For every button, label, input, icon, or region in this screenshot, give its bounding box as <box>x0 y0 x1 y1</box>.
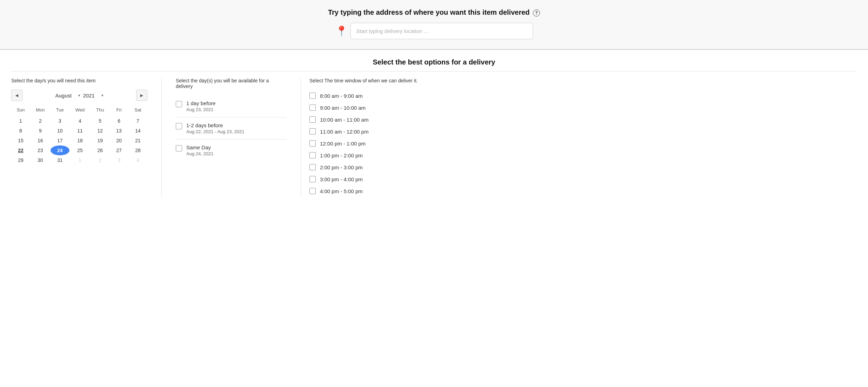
day-options-container: 1 day beforeAug 23, 20211-2 days beforeA… <box>176 95 287 161</box>
calendar-day[interactable]: 2 <box>30 116 51 126</box>
time-label: 3:00 pm - 4:00 pm <box>320 176 363 182</box>
day-checkbox-day2[interactable] <box>176 123 182 129</box>
pin-icon: 📍 <box>335 25 348 37</box>
time-col-label: Select The time window of when we can de… <box>309 78 857 83</box>
calendar-grid: SunMonTueWedThuFriSat 123456789101112131… <box>11 105 147 165</box>
help-icon[interactable]: ? <box>533 9 540 16</box>
calendar-day[interactable]: 13 <box>109 126 128 136</box>
calendar-day[interactable]: 11 <box>69 126 91 136</box>
location-input[interactable] <box>350 23 533 39</box>
calendar-day[interactable]: 21 <box>128 136 147 145</box>
weekday-header: Mon <box>30 105 51 116</box>
time-option: 10:00 am - 11:00 am <box>309 114 857 125</box>
time-checkbox-5[interactable] <box>309 152 316 158</box>
calendar-day[interactable]: 3 <box>51 116 69 126</box>
day-option: 1-2 days beforeAug 22, 2021 - Aug 23, 20… <box>176 117 287 140</box>
weekday-header: Tue <box>51 105 69 116</box>
day-option-date: Aug 22, 2021 - Aug 23, 2021 <box>186 129 245 134</box>
calendar-day[interactable]: 2 <box>91 155 109 165</box>
bottom-section: Select the best options for a delivery S… <box>0 50 868 208</box>
prev-month-button[interactable]: ◄ <box>11 90 22 101</box>
calendar-week-row: 15161718192021 <box>11 136 147 145</box>
calendar-week-row: 22232425262728 <box>11 145 147 155</box>
day-option-text: 1-2 days beforeAug 22, 2021 - Aug 23, 20… <box>186 122 245 134</box>
calendar-day[interactable]: 26 <box>91 145 109 155</box>
weekday-header: Fri <box>109 105 128 116</box>
calendar-day[interactable]: 22 <box>11 145 30 155</box>
day-option-text: 1 day beforeAug 23, 2021 <box>186 100 215 112</box>
day-option-title: Same Day <box>186 144 213 150</box>
time-checkbox-7[interactable] <box>309 176 316 182</box>
time-label: 9:00 am - 10:00 am <box>320 105 366 111</box>
calendar: ◄ August 2021 ► <box>11 90 147 165</box>
calendar-day[interactable]: 17 <box>51 136 69 145</box>
calendar-week-row: 2930311234 <box>11 155 147 165</box>
time-checkbox-0[interactable] <box>309 93 316 99</box>
calendar-day[interactable]: 23 <box>30 145 51 155</box>
time-checkbox-2[interactable] <box>309 116 316 123</box>
weekday-header: Sun <box>11 105 30 116</box>
time-option: 8:00 am - 9:00 am <box>309 90 857 102</box>
day-checkbox-day3[interactable] <box>176 145 182 151</box>
day-checkbox-day1[interactable] <box>176 101 182 107</box>
time-checkbox-8[interactable] <box>309 188 316 194</box>
calendar-day[interactable]: 1 <box>11 116 30 126</box>
calendar-day[interactable]: 28 <box>128 145 147 155</box>
calendar-day[interactable]: 4 <box>69 116 91 126</box>
column-divider-2 <box>301 78 301 197</box>
day-option-title: 1-2 days before <box>186 122 245 128</box>
days-column: Select the day(s) you will be available … <box>165 78 298 197</box>
columns-container: Select the day/s you will need this item… <box>11 78 857 197</box>
calendar-header: ◄ August 2021 ► <box>11 90 147 101</box>
day-option-date: Aug 23, 2021 <box>186 107 215 112</box>
calendar-day[interactable]: 16 <box>30 136 51 145</box>
calendar-day[interactable]: 12 <box>91 126 109 136</box>
time-checkbox-6[interactable] <box>309 164 316 170</box>
day-option: Same DayAug 24, 2021 <box>176 140 287 161</box>
time-checkbox-1[interactable] <box>309 104 316 111</box>
calendar-day[interactable]: 25 <box>69 145 91 155</box>
next-month-button[interactable]: ► <box>136 90 147 101</box>
calendar-day[interactable]: 27 <box>109 145 128 155</box>
time-option: 3:00 pm - 4:00 pm <box>309 173 857 185</box>
calendar-day[interactable]: 9 <box>30 126 51 136</box>
weekday-header: Wed <box>69 105 91 116</box>
calendar-day[interactable]: 15 <box>11 136 30 145</box>
year-select[interactable]: 2021 <box>83 93 101 99</box>
month-select[interactable]: August <box>55 93 78 99</box>
time-checkbox-4[interactable] <box>309 140 316 147</box>
calendar-day[interactable]: 20 <box>109 136 128 145</box>
top-title-text: Try typing the address of where you want… <box>328 8 530 16</box>
calendar-day[interactable]: 14 <box>128 126 147 136</box>
top-title: Try typing the address of where you want… <box>0 8 868 16</box>
calendar-day[interactable]: 29 <box>11 155 30 165</box>
calendar-day[interactable]: 30 <box>30 155 51 165</box>
calendar-week-row: 891011121314 <box>11 126 147 136</box>
section-title: Select the best options for a delivery <box>11 58 857 72</box>
calendar-day[interactable]: 19 <box>91 136 109 145</box>
time-option: 9:00 am - 10:00 am <box>309 102 857 114</box>
time-label: 11:00 am - 12:00 pm <box>320 129 368 135</box>
calendar-column: Select the day/s you will need this item… <box>11 78 159 197</box>
calendar-day[interactable]: 7 <box>128 116 147 126</box>
calendar-day[interactable]: 10 <box>51 126 69 136</box>
column-divider-1 <box>161 78 162 197</box>
time-option: 4:00 pm - 5:00 pm <box>309 185 857 197</box>
calendar-day[interactable]: 24 <box>51 145 69 155</box>
calendar-day[interactable]: 31 <box>51 155 69 165</box>
time-option: 12:00 pm - 1:00 pm <box>309 137 857 149</box>
calendar-day[interactable]: 18 <box>69 136 91 145</box>
calendar-day[interactable]: 6 <box>109 116 128 126</box>
calendar-day[interactable]: 3 <box>109 155 128 165</box>
day-option-text: Same DayAug 24, 2021 <box>186 144 213 156</box>
days-col-label: Select the day(s) you will be available … <box>176 78 287 89</box>
time-checkbox-3[interactable] <box>309 128 316 135</box>
calendar-day[interactable]: 1 <box>69 155 91 165</box>
calendar-day[interactable]: 4 <box>128 155 147 165</box>
calendar-month-year: August 2021 <box>55 93 104 99</box>
time-column: Select The time window of when we can de… <box>304 78 857 197</box>
calendar-day[interactable]: 5 <box>91 116 109 126</box>
day-option-title: 1 day before <box>186 100 215 106</box>
calendar-day[interactable]: 8 <box>11 126 30 136</box>
top-section: Try typing the address of where you want… <box>0 0 868 50</box>
